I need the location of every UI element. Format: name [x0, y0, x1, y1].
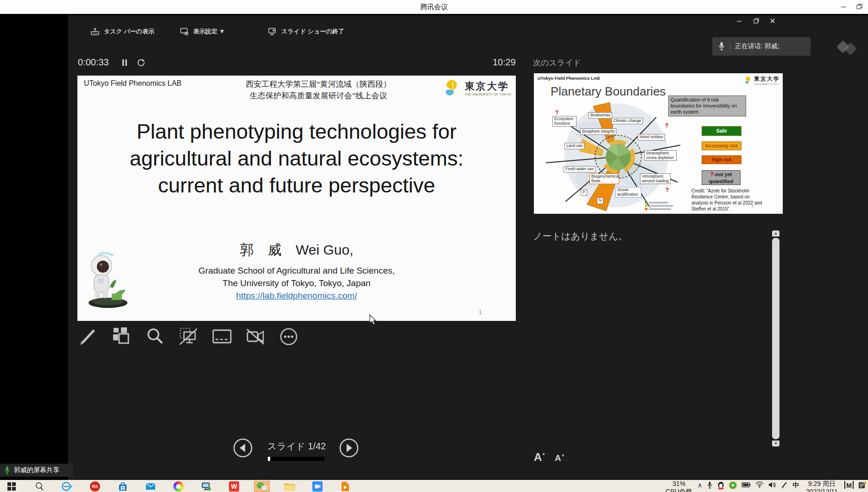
speaker-icon: [768, 481, 776, 488]
label-ozone: Stratospheric ozone depletion: [644, 150, 677, 161]
pv-minimize-button[interactable]: [736, 18, 742, 26]
tray-expand-button[interactable]: ∧: [697, 480, 702, 489]
banner-divider: [730, 41, 730, 51]
pv-close-button[interactable]: [769, 18, 776, 26]
start-button[interactable]: [4, 481, 19, 492]
tray-volume-button[interactable]: [768, 480, 776, 490]
taskbar-browser-button[interactable]: [171, 481, 186, 492]
tray-battery-button[interactable]: [741, 480, 751, 489]
slide-counter: スライド 1/42: [260, 440, 334, 453]
action-center-button[interactable]: [858, 480, 866, 491]
tray-pen-button[interactable]: [781, 480, 788, 490]
minimize-button[interactable]: [838, 4, 849, 10]
label-aerosol: Atmospheric aerosol loading: [640, 173, 671, 184]
risk-box-safe: Safe: [702, 126, 741, 136]
progress-fill: [268, 457, 270, 461]
scrollbar-down-button[interactable]: ▼: [772, 441, 779, 447]
restore-icon: [856, 4, 862, 10]
taskbar-rx-button[interactable]: RX: [87, 481, 103, 492]
taskbar-wechat-button-active[interactable]: [254, 481, 270, 492]
label-land: Land use: [564, 143, 584, 149]
conference-line1: 西安工程大学第三届“黄河流域（陕西段）: [246, 80, 391, 89]
taskbar-search-button[interactable]: [32, 481, 47, 492]
increase-font-button[interactable]: A ▲: [534, 451, 545, 464]
question-mark-novel: ?: [665, 122, 668, 129]
ime-indicator[interactable]: 中: [792, 480, 799, 490]
presentation-timer: 0:00:33: [78, 57, 109, 68]
taskbar-mail-button[interactable]: [143, 481, 158, 492]
legend-increasing-swatch: [645, 204, 647, 207]
screen-share-label: 郭威的屏幕共享: [14, 466, 59, 474]
end-slideshow-button[interactable]: スライド ショーの終了: [268, 27, 344, 36]
next-arrow-icon: [339, 438, 359, 458]
previous-arrow-icon: [233, 438, 253, 458]
question-mark-aerosol: ?: [665, 187, 669, 193]
taskbar-slides-button[interactable]: [337, 481, 353, 492]
meeting-watermark-icon: [832, 38, 861, 59]
decrease-font-button[interactable]: A ▼: [555, 453, 565, 463]
display-settings-button[interactable]: 表示設定 ▼: [180, 27, 225, 36]
diagram-mini-legend: [645, 201, 673, 211]
pv-restore-button[interactable]: [753, 18, 760, 26]
label-biodiversity: Biodiversity: [589, 112, 612, 119]
tray-time: 9:29 周日: [804, 480, 840, 488]
taskbar-wps-button[interactable]: W: [226, 481, 242, 492]
timer-pause-button[interactable]: [121, 59, 128, 68]
scrollbar-up-button[interactable]: ▲: [772, 230, 779, 236]
notes-scrollbar[interactable]: [772, 238, 779, 439]
risk-box-not-quantified: ?-not yet quantified: [702, 170, 741, 185]
taskbar-pc-button[interactable]: [198, 481, 214, 492]
tray-date: 2022/12/11: [804, 488, 840, 492]
pen-tool-icon[interactable]: [78, 326, 99, 347]
lab-website-link[interactable]: https://lab.fieldphenomics.com/: [236, 291, 357, 300]
utokyo-logo-sub: THE UNIVERSITY OF TOKYO: [465, 93, 511, 96]
end-slideshow-icon: [268, 27, 277, 36]
next-slide-thumbnail[interactable]: UTokyo Field Phenomics LAB 東京大学 THE UNIV…: [534, 73, 783, 214]
tray-wifi-button[interactable]: [755, 480, 764, 489]
taskbar-store-button[interactable]: [115, 481, 131, 492]
thumb-logo-jp: 東京大学: [754, 75, 780, 83]
restore-button[interactable]: [854, 4, 864, 10]
tray-security-button[interactable]: [729, 480, 737, 491]
end-slideshow-label: スライド ショーの終了: [281, 27, 344, 36]
clock-tray[interactable]: 9:29 周日 2022/12/11: [804, 480, 840, 492]
legend-safe-swatch: [645, 201, 647, 204]
wps-icon: W: [229, 481, 239, 492]
next-slide-button[interactable]: [339, 438, 359, 460]
timer-restart-button[interactable]: [137, 58, 145, 68]
previous-slide-button[interactable]: [233, 438, 253, 460]
display-settings-icon: [180, 27, 189, 36]
windows-start-icon: [7, 482, 16, 491]
scroll-down-icon: ▼: [774, 441, 778, 446]
camera-off-icon[interactable]: [245, 326, 266, 347]
captions-icon[interactable]: [211, 326, 233, 347]
rx-icon: RX: [90, 481, 100, 492]
thumb-title: Planetary Boundaries: [551, 84, 666, 99]
screen-share-banner: 郭威的屏幕共享: [0, 464, 73, 477]
utokyo-logo: 東京大学 THE UNIVERSITY OF TOKYO: [444, 78, 511, 97]
utokyo-logo-text: 東京大学 THE UNIVERSITY OF TOKYO: [465, 80, 511, 96]
tray-mic-button[interactable]: [707, 480, 713, 491]
cpu-meter[interactable]: 31% CPU负载: [665, 480, 693, 492]
pause-icon: [121, 59, 128, 66]
title-line1: Plant phenotyping technologies for: [77, 118, 516, 145]
show-taskbar-label: タスク バーの表示: [104, 27, 154, 36]
tray-qq-button[interactable]: [717, 480, 724, 491]
decrease-font-label: A: [555, 453, 561, 463]
taskbar-meeting-button[interactable]: [310, 481, 325, 492]
internet-explorer-icon: [62, 481, 73, 492]
zoom-tool-icon[interactable]: [145, 326, 166, 347]
more-options-icon[interactable]: [278, 326, 299, 347]
show-taskbar-button[interactable]: タスク バーの表示: [90, 27, 154, 36]
author-name-line: 郭 威 Wei Guo,: [77, 241, 516, 260]
share-mic-icon: [4, 466, 11, 475]
qq-icon: [717, 481, 724, 490]
all-slides-icon[interactable]: [111, 326, 133, 347]
taskbar-explorer-button[interactable]: [282, 481, 298, 492]
taskbar-ie-button[interactable]: [59, 481, 75, 492]
black-screen-icon[interactable]: [178, 326, 199, 347]
risk-box-high: High risk: [702, 155, 741, 164]
touch-keyboard-button[interactable]: M: [844, 481, 854, 489]
label-climatic: Climatic change: [611, 118, 643, 124]
increase-caret-icon: ▲: [542, 452, 545, 456]
